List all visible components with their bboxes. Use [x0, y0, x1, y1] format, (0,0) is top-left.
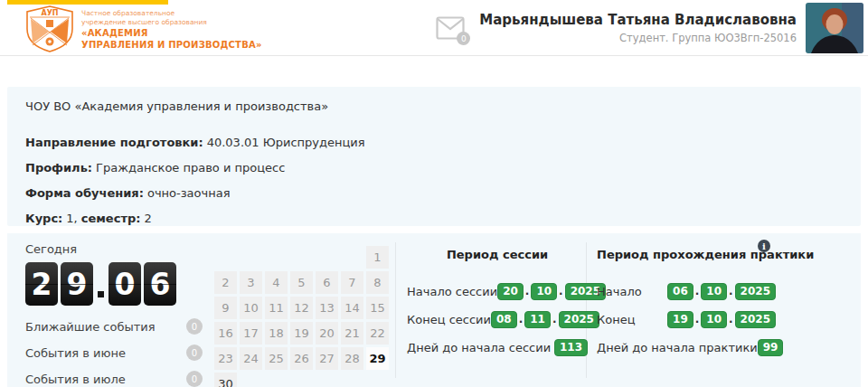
calendar-day[interactable]: 29: [366, 347, 389, 370]
calendar-day[interactable]: 7: [341, 271, 363, 294]
calendar-day[interactable]: 28: [341, 347, 363, 370]
flip-digit: 2: [25, 262, 58, 306]
course-value: 1,: [66, 212, 77, 225]
flip-clock-date: 2906: [25, 262, 206, 306]
calendar-empty-cell: [341, 246, 363, 269]
calendar-day[interactable]: 19: [290, 322, 313, 345]
calendar-day[interactable]: 16: [214, 322, 237, 345]
value-badge: 2025: [559, 311, 599, 328]
value-badge: 99: [758, 339, 784, 356]
university-logo[interactable]: АУП: [24, 5, 75, 52]
calendar-empty-cell: [240, 246, 262, 269]
shield-logo-icon: АУП: [24, 5, 75, 52]
period-row: Начало06.10.2025: [597, 281, 776, 301]
today-label: Сегодня: [25, 242, 206, 256]
calendar-day[interactable]: 4: [265, 271, 288, 294]
calendar-empty-cell: [316, 246, 338, 269]
event-count-badge: 0: [186, 345, 203, 361]
month-calendar: 1234567891011121314151617181920212223242…: [214, 246, 389, 387]
session-period-column: Период сессии Начало сессии20.10.2025Кон…: [407, 248, 588, 357]
info-row-course: Курс:1,семестр:2: [25, 212, 861, 225]
calendar-day[interactable]: 3: [240, 271, 262, 294]
period-row: Дней до начала практики99: [597, 337, 776, 357]
calendar-day[interactable]: 2: [214, 271, 237, 294]
event-count-badge: 0: [186, 371, 203, 387]
period-row-label: Дней до начала сессии: [407, 341, 551, 354]
calendar-day[interactable]: 27: [316, 347, 338, 370]
practice-rows: Начало06.10.2025Конец19.10.2025Дней до н…: [597, 281, 776, 357]
event-link[interactable]: Ближайшие события0: [25, 317, 203, 335]
vertical-divider: [395, 242, 396, 378]
calendar-day[interactable]: 15: [366, 297, 389, 319]
user-role: Студент. Группа ЮО3Вгп-25016: [479, 32, 797, 44]
calendar-day[interactable]: 17: [240, 322, 262, 345]
org-title-line2: УПРАВЛЕНИЯ И ПРОИЗВОДСТВА»: [81, 39, 262, 51]
calendar-day[interactable]: 21: [341, 322, 363, 345]
calendar-empty-cell: [214, 246, 237, 269]
date-dot-separator: .: [552, 313, 557, 326]
header: АУП Частное образовательное учреждение в…: [0, 0, 868, 56]
university-name-block: Частное образовательное учреждение высше…: [81, 9, 262, 51]
value-badge: 11: [524, 311, 551, 328]
study-form-label: Форма обучения:: [25, 186, 144, 200]
avatar[interactable]: [806, 3, 863, 53]
calendar-empty-cell: [265, 246, 288, 269]
practice-period-column: Период прохождения практики Начало06.10.…: [597, 248, 776, 357]
calendar-day[interactable]: 26: [290, 347, 313, 370]
calendar-column: 1234567891011121314151617181920212223242…: [214, 246, 389, 387]
period-row-values: 20.10.2025: [497, 283, 606, 300]
calendar-day[interactable]: 22: [366, 322, 389, 345]
period-row-label: Конец: [597, 313, 636, 326]
semester-label: семестр:: [81, 212, 141, 225]
practice-period-title: Период прохождения практики: [597, 248, 776, 261]
event-link[interactable]: События в июле0: [25, 370, 203, 387]
period-row: Начало сессии20.10.2025: [407, 281, 588, 301]
value-badge: 20: [497, 283, 524, 300]
calendar-day[interactable]: 23: [214, 347, 237, 370]
session-period-title: Период сессии: [407, 248, 588, 261]
calendar-day[interactable]: 11: [265, 297, 288, 319]
calendar-day[interactable]: 5: [290, 271, 313, 294]
period-row-label: Начало: [597, 285, 642, 298]
value-badge: 19: [667, 311, 693, 328]
calendar-day[interactable]: 18: [265, 322, 288, 345]
avatar-photo: [806, 3, 863, 53]
calendar-day[interactable]: 30: [214, 373, 237, 387]
calendar-day[interactable]: 1: [366, 246, 389, 269]
date-dot-separator: .: [559, 285, 563, 297]
value-badge: 08: [491, 311, 517, 328]
today-column: Сегодня 2906 Ближайшие события0События в…: [25, 242, 206, 387]
date-separator-dot: [98, 291, 104, 297]
calendar-day[interactable]: 6: [316, 271, 338, 294]
direction-label: Направление подготовки:: [25, 136, 203, 149]
flip-digit: 6: [144, 262, 176, 306]
period-row: Дней до начала сессии113: [407, 337, 588, 357]
calendar-day[interactable]: 8: [366, 271, 389, 294]
calendar-day[interactable]: 24: [240, 347, 262, 370]
calendar-day[interactable]: 12: [290, 297, 313, 319]
svg-text:АУП: АУП: [41, 9, 58, 17]
calendar-day[interactable]: 13: [316, 297, 338, 319]
event-link[interactable]: События в июне0: [25, 344, 203, 362]
calendar-day[interactable]: 25: [265, 347, 288, 370]
value-badge: 10: [701, 311, 727, 328]
user-menu[interactable]: Марьяндышева Татьяна Владиславовна Студе…: [479, 12, 797, 44]
value-badge: 10: [701, 283, 727, 300]
study-form-value: очно-заочная: [147, 186, 231, 200]
messages-button[interactable]: 0: [436, 16, 465, 40]
info-row-study-form: Форма обучения:очно-заочная: [25, 186, 861, 200]
calendar-day[interactable]: 14: [341, 297, 363, 319]
date-dot-separator: .: [525, 285, 530, 297]
calendar-day[interactable]: 10: [240, 297, 262, 319]
value-badge: 2025: [735, 311, 776, 328]
org-subtitle-line1: Частное образовательное: [81, 9, 262, 18]
session-rows: Начало сессии20.10.2025Конец сессии08.11…: [407, 281, 588, 357]
period-row-label: Начало сессии: [407, 285, 497, 298]
org-subtitle-line2: учреждение высшего образования: [81, 18, 262, 27]
calendar-day[interactable]: 9: [214, 297, 237, 319]
institution-name: ЧОУ ВО «Академия управления и производст…: [25, 99, 861, 113]
calendar-day[interactable]: 20: [316, 322, 338, 345]
period-row-values: 06.10.2025: [667, 283, 776, 300]
calendar-empty-cell: [290, 246, 313, 269]
top-accent-bar: [7, 0, 168, 5]
